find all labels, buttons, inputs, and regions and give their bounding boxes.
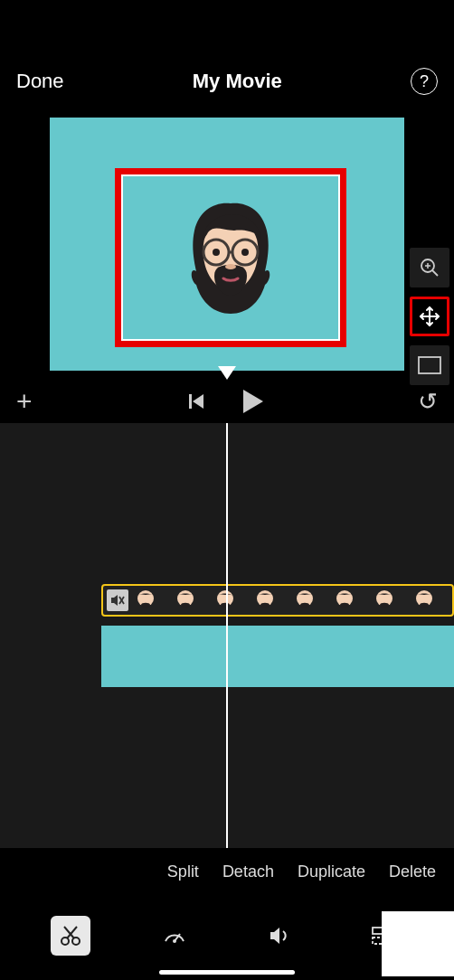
base-video-clip[interactable] (101, 626, 454, 687)
svg-point-29 (173, 939, 176, 943)
header-bar: Done My Movie ? (0, 0, 454, 118)
move-arrows-icon (418, 305, 441, 328)
scissors-icon (59, 924, 82, 947)
speedometer-icon (162, 923, 187, 948)
detach-button[interactable]: Detach (222, 862, 274, 881)
duplicate-button[interactable]: Duplicate (298, 862, 365, 881)
muted-speaker-icon (109, 592, 126, 608)
project-title: My Movie (193, 70, 282, 93)
zoom-tool-button[interactable] (410, 248, 449, 287)
pip-tool-panel (405, 248, 454, 385)
split-button[interactable]: Split (167, 862, 199, 881)
overlay-clip-selected[interactable] (101, 584, 454, 617)
svg-rect-12 (419, 357, 440, 373)
play-button[interactable] (243, 390, 263, 413)
done-button[interactable]: Done (16, 70, 64, 93)
clip-thumb-icon (373, 589, 396, 612)
move-tool-button[interactable] (410, 297, 449, 336)
volume-tool-button[interactable] (260, 916, 299, 956)
clip-thumb-icon (412, 589, 436, 612)
clip-thumb-icon (213, 589, 237, 612)
zoom-in-icon (419, 257, 440, 278)
pip-frame[interactable] (121, 174, 340, 341)
clip-mute-indicator (107, 589, 128, 611)
svg-rect-13 (189, 394, 192, 409)
svg-point-3 (213, 249, 220, 256)
clip-thumbnails (134, 589, 436, 612)
playback-controls: + ↻ (0, 380, 454, 423)
add-media-button[interactable]: + (16, 386, 33, 417)
playhead-line[interactable] (226, 423, 228, 848)
preview-container (0, 118, 454, 371)
clip-thumb-icon (174, 589, 197, 612)
skip-back-button[interactable] (187, 391, 207, 411)
speed-tool-button[interactable] (155, 916, 194, 956)
rectangle-icon (418, 356, 441, 374)
timeline[interactable] (0, 423, 454, 848)
pip-highlight-box (115, 168, 346, 347)
clip-thumb-icon (293, 589, 317, 612)
help-button[interactable]: ? (411, 68, 438, 95)
undo-button[interactable]: ↻ (418, 388, 438, 416)
svg-line-7 (432, 270, 438, 276)
playhead-marker-icon (218, 366, 236, 380)
delete-button[interactable]: Delete (389, 862, 436, 881)
clip-thumb-icon (253, 589, 277, 612)
watermark-overlay (382, 911, 454, 976)
speaker-icon (267, 923, 292, 948)
bottom-toolbar (0, 895, 454, 976)
memoji-face-icon (176, 194, 285, 321)
clip-thumb-icon (134, 589, 157, 612)
home-indicator[interactable] (159, 970, 295, 975)
clip-actions-bar: Split Detach Duplicate Delete (0, 848, 454, 895)
cut-tool-button[interactable] (51, 916, 90, 956)
video-preview[interactable] (50, 118, 404, 371)
svg-point-5 (225, 264, 236, 269)
imovie-editor: Done My Movie ? (0, 0, 454, 980)
clip-thumb-icon (333, 589, 356, 612)
svg-point-4 (241, 249, 249, 256)
